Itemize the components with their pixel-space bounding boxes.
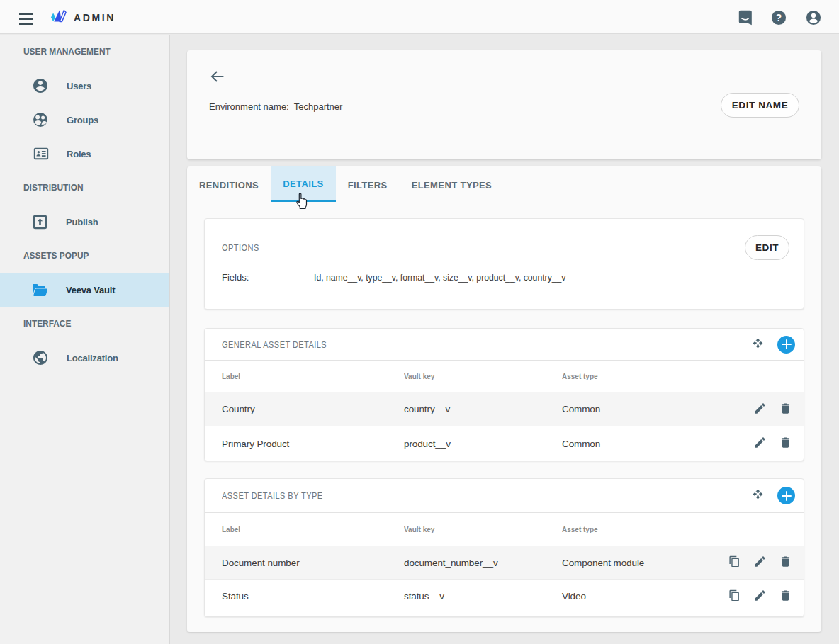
svg-text:?: ? bbox=[776, 13, 782, 23]
